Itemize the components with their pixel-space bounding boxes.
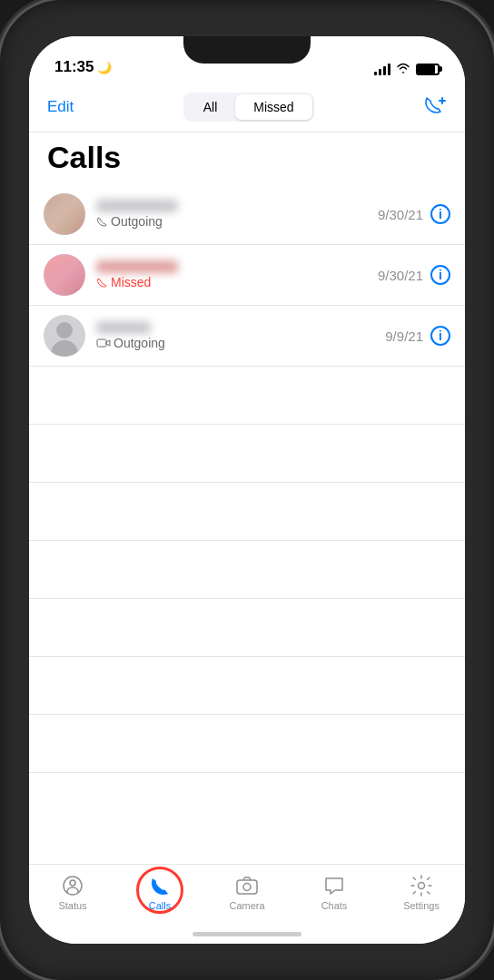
- avatar-body: [51, 340, 78, 357]
- call-info: Outgoing: [96, 321, 385, 350]
- empty-row: [29, 483, 465, 541]
- signal-icon: [374, 63, 390, 75]
- svg-point-6: [243, 884, 251, 891]
- svg-rect-2: [97, 339, 106, 347]
- avatar: [44, 193, 85, 235]
- status-icon: [61, 874, 84, 897]
- call-item: Missed 9/30/21 i: [29, 245, 465, 306]
- chats-icon: [322, 874, 346, 897]
- edit-button[interactable]: Edit: [47, 98, 74, 116]
- call-type: Missed: [96, 275, 378, 289]
- tab-calls[interactable]: Calls: [133, 874, 187, 911]
- settings-icon: [410, 874, 433, 897]
- nav-tabs: All Missed: [183, 93, 314, 122]
- blurred-name-red: [96, 260, 178, 273]
- info-button[interactable]: i: [430, 265, 450, 285]
- avatar-head: [56, 322, 73, 338]
- call-name: [96, 321, 385, 334]
- avatar: [44, 254, 85, 296]
- page-title: Calls: [47, 140, 447, 175]
- calls-list: Outgoing 9/30/21 i: [29, 184, 465, 864]
- camera-icon: [235, 874, 259, 897]
- status-time: 11:35: [54, 58, 94, 76]
- empty-row: [29, 657, 465, 715]
- tab-settings[interactable]: Settings: [394, 874, 449, 911]
- empty-row: [29, 541, 465, 599]
- status-icons: [374, 62, 440, 76]
- calls-label: Calls: [149, 900, 171, 911]
- blurred-name: [96, 200, 178, 212]
- call-item: Outgoing 9/30/21 i: [29, 184, 465, 245]
- call-name: [96, 260, 378, 273]
- avatar: [44, 315, 85, 357]
- phone-icon: [96, 277, 108, 289]
- video-icon: [96, 338, 111, 348]
- person-avatar: [44, 315, 85, 357]
- home-indicator: [193, 932, 301, 936]
- call-item: Outgoing 9/9/21 i: [29, 306, 465, 367]
- status-label: Status: [58, 900, 86, 911]
- nav-bar: Edit All Missed: [29, 82, 465, 132]
- svg-point-7: [419, 883, 425, 889]
- phone-frame: 11:35 🌙: [0, 0, 494, 980]
- svg-point-4: [70, 880, 75, 886]
- phone-screen: 11:35 🌙: [29, 36, 465, 944]
- wifi-icon: [396, 62, 410, 76]
- call-name: [96, 200, 378, 212]
- call-type-label: Outgoing: [111, 214, 163, 229]
- battery-icon: [416, 64, 440, 75]
- moon-icon: 🌙: [97, 61, 112, 74]
- chats-label: Chats: [321, 900, 348, 911]
- phone-icon: [96, 216, 108, 228]
- call-type-label: Outgoing: [114, 336, 165, 350]
- call-date: 9/9/21: [385, 328, 423, 344]
- call-meta: 9/9/21 i: [385, 326, 450, 346]
- call-meta: 9/30/21 i: [378, 265, 450, 285]
- blurred-name-short: [96, 321, 151, 334]
- svg-rect-5: [237, 880, 257, 894]
- settings-label: Settings: [403, 900, 440, 911]
- call-date: 9/30/21: [378, 207, 423, 222]
- call-meta: 9/30/21 i: [378, 204, 450, 224]
- call-type: Outgoing: [96, 214, 378, 229]
- add-call-button[interactable]: [423, 94, 447, 119]
- tab-chats[interactable]: Chats: [307, 874, 361, 911]
- call-info: Missed: [96, 260, 378, 289]
- empty-row: [29, 599, 465, 657]
- call-date: 9/30/21: [378, 268, 423, 283]
- info-button[interactable]: i: [430, 204, 450, 224]
- call-info: Outgoing: [96, 200, 378, 229]
- tab-camera[interactable]: Camera: [220, 874, 274, 911]
- empty-row: [29, 425, 465, 483]
- tab-all[interactable]: All: [185, 94, 236, 120]
- empty-row: [29, 715, 465, 773]
- calls-icon: [148, 874, 172, 897]
- empty-row: [29, 367, 465, 425]
- notch: [183, 36, 311, 64]
- camera-label: Camera: [229, 900, 264, 911]
- tab-status[interactable]: Status: [45, 874, 100, 911]
- page-title-area: Calls: [29, 132, 465, 184]
- call-type: Outgoing: [96, 336, 385, 350]
- info-button[interactable]: i: [430, 326, 450, 346]
- tab-missed[interactable]: Missed: [235, 94, 311, 120]
- call-type-label: Missed: [111, 275, 151, 289]
